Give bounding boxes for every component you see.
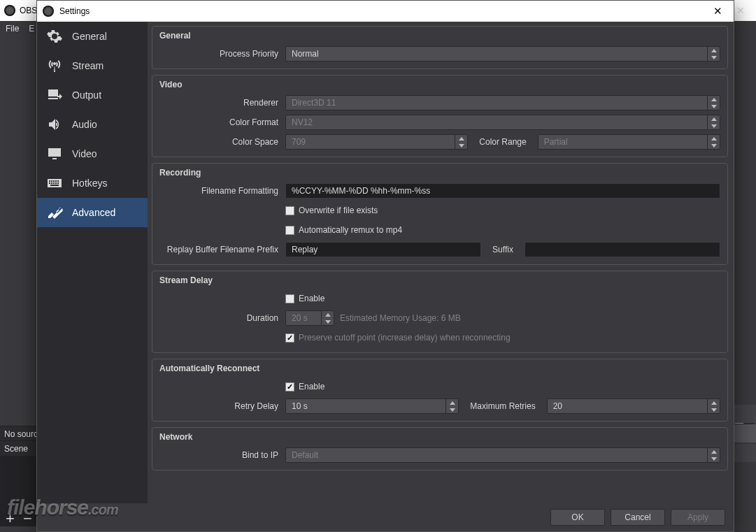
settings-dialog: Settings ✕ General Stream Output Audio	[36, 0, 734, 532]
max-retries-spinbox[interactable]: 20	[547, 398, 720, 414]
reconnect-enable-checkbox[interactable]: Enable	[285, 382, 324, 391]
checkbox-box	[285, 333, 294, 343]
settings-sidebar: General Stream Output Audio Video Hotkey…	[37, 22, 148, 503]
checkbox-box	[285, 226, 294, 235]
settings-content: General Process Priority Normal Video Re…	[148, 22, 734, 503]
color-space-label: Color Space	[159, 137, 285, 147]
sidebar-item-general[interactable]: General	[37, 22, 148, 51]
obs-icon	[43, 6, 54, 17]
checkbox-box	[285, 294, 294, 303]
settings-title: Settings	[59, 6, 90, 16]
group-title-video: Video	[159, 80, 720, 89]
group-general: General Process Priority Normal	[152, 26, 728, 69]
retry-delay-label: Retry Delay	[159, 401, 285, 411]
color-format-select: NV12	[285, 115, 720, 130]
checkbox-box	[285, 382, 294, 391]
color-format-label: Color Format	[159, 117, 285, 127]
group-recording: Recording Filename Formatting %CCYY-%MM-…	[152, 163, 728, 265]
sidebar-item-label: General	[72, 31, 107, 42]
sidebar-item-label: Audio	[72, 119, 97, 130]
group-auto-reconnect: Automatically Reconnect Enable Retry Del…	[152, 359, 728, 422]
sidebar-item-label: Output	[72, 89, 101, 101]
filename-formatting-input[interactable]: %CCYY-%MM-%DD %hh-%mm-%ss	[285, 183, 720, 199]
memory-usage-label: Estimated Memory Usage: 6 MB	[340, 313, 461, 323]
obs-icon	[4, 5, 15, 16]
replay-prefix-input[interactable]: Replay	[285, 242, 481, 257]
process-priority-label: Process Priority	[159, 49, 285, 59]
ok-button[interactable]: OK	[550, 509, 605, 526]
color-range-label: Color Range	[473, 137, 532, 147]
add-scene-button[interactable]: + −	[6, 510, 32, 528]
group-title-recording: Recording	[159, 168, 720, 178]
group-video: Video Renderer Direct3D 11 Color Format	[152, 75, 728, 157]
group-title-auto-reconnect: Automatically Reconnect	[159, 364, 720, 373]
bind-to-ip-label: Bind to IP	[159, 450, 285, 460]
sidebar-item-label: Stream	[72, 60, 104, 71]
menu-file[interactable]: File	[6, 24, 19, 34]
group-title-network: Network	[159, 432, 720, 442]
color-space-select: 709	[285, 134, 468, 150]
sidebar-item-label: Advanced	[72, 207, 115, 218]
preserve-cutoff-checkbox: Preserve cutoff point (increase delay) w…	[285, 333, 511, 343]
apply-button: Apply	[671, 509, 725, 526]
auto-remux-checkbox[interactable]: Automatically remux to mp4	[285, 225, 402, 235]
overwrite-checkbox[interactable]: Overwrite if file exists	[285, 206, 378, 215]
suffix-label: Suffix	[487, 245, 519, 254]
replay-prefix-label: Replay Buffer Filename Prefix	[159, 245, 285, 254]
sidebar-item-hotkeys[interactable]: Hotkeys	[37, 168, 148, 198]
sidebar-item-label: Hotkeys	[72, 178, 108, 189]
sidebar-item-output[interactable]: Output	[37, 80, 148, 110]
bind-to-ip-select: Default	[285, 447, 720, 463]
replay-suffix-input[interactable]	[525, 242, 720, 257]
settings-titlebar: Settings ✕	[37, 1, 734, 22]
settings-close-button[interactable]: ✕	[702, 1, 734, 22]
sidebar-item-video[interactable]: Video	[37, 139, 148, 168]
renderer-label: Renderer	[159, 98, 285, 108]
group-stream-delay: Stream Delay Enable Duration 20 s	[152, 271, 728, 353]
duration-spinbox: 20 s	[285, 310, 334, 326]
group-title-stream-delay: Stream Delay	[159, 275, 720, 285]
sidebar-item-advanced[interactable]: Advanced	[37, 198, 148, 227]
filename-formatting-label: Filename Formatting	[159, 186, 285, 196]
tools-icon	[45, 203, 64, 222]
stream-delay-enable-checkbox[interactable]: Enable	[285, 294, 324, 303]
duration-label: Duration	[159, 313, 285, 323]
color-range-select: Partial	[538, 134, 720, 150]
sidebar-item-label: Video	[72, 148, 97, 159]
group-network: Network Bind to IP Default	[152, 427, 728, 470]
menu-edit-fragment[interactable]: E	[29, 24, 34, 34]
monitor-icon	[45, 145, 64, 163]
renderer-select: Direct3D 11	[285, 95, 720, 110]
sidebar-item-audio[interactable]: Audio	[37, 110, 148, 139]
gear-icon	[45, 27, 64, 45]
group-title-general: General	[159, 31, 720, 41]
settings-footer: OK Cancel Apply	[37, 503, 734, 531]
main-title-fragment: OBS	[20, 6, 37, 15]
output-icon	[45, 86, 64, 104]
keyboard-icon	[45, 174, 64, 192]
antenna-icon	[45, 57, 64, 75]
speaker-icon	[45, 115, 64, 134]
retry-delay-spinbox[interactable]: 10 s	[285, 398, 459, 414]
cancel-button[interactable]: Cancel	[611, 509, 665, 526]
process-priority-select[interactable]: Normal	[285, 46, 720, 62]
max-retries-label: Maximum Retries	[464, 401, 541, 411]
checkbox-box	[285, 206, 294, 215]
sidebar-item-stream[interactable]: Stream	[37, 51, 148, 80]
